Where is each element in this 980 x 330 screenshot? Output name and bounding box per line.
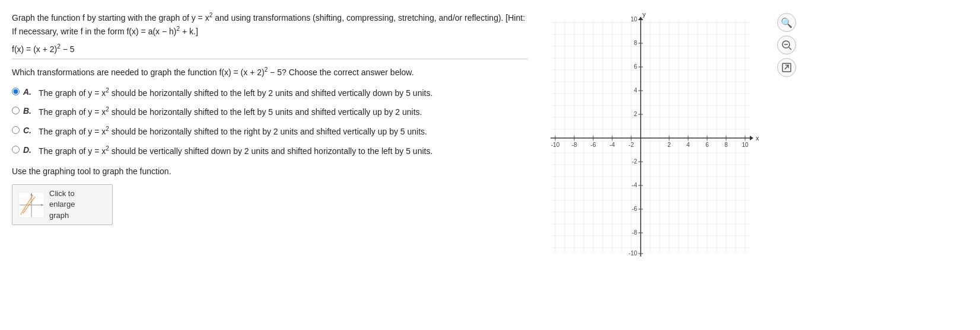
zoom-out-button[interactable] [777,36,796,55]
option-c-text: The graph of y = x2 should be horizontal… [39,124,427,138]
left-panel: Graph the function f by starting with th… [12,11,546,265]
export-icon [781,62,792,73]
option-d: D. The graph of y = x2 should be vertica… [12,144,528,158]
svg-text:10: 10 [631,16,638,23]
svg-text:4: 4 [686,142,690,148]
option-a-text: The graph of y = x2 should be horizontal… [39,86,432,100]
radio-c[interactable] [12,126,20,134]
option-a-letter: A. [23,86,35,98]
option-c: C. The graph of y = x2 should be horizon… [12,124,528,138]
svg-text:-2: -2 [632,158,637,165]
zoom-in-button[interactable]: 🔍 [777,13,796,32]
svg-text:-10: -10 [551,142,560,148]
option-d-text: The graph of y = x2 should be vertically… [39,144,432,158]
radio-d[interactable] [12,146,20,153]
y-axis-label: y [642,11,646,18]
svg-line-101 [789,47,791,50]
mini-graph-icon [18,192,44,218]
svg-text:8: 8 [724,142,728,148]
svg-text:2: 2 [667,142,671,148]
zoom-in-icon: 🔍 [781,17,793,28]
x-axis-label: x [756,134,759,142]
svg-text:-8: -8 [632,229,637,236]
zoom-out-icon [781,40,792,50]
radio-a[interactable] [12,88,20,95]
right-panel: x y -10 -8 [546,11,968,265]
svg-line-103 [785,65,788,69]
graph-container: x y -10 -8 [546,11,771,265]
coordinate-graph: x y -10 -8 [546,11,771,265]
svg-text:-10: -10 [629,250,638,257]
option-b-text: The graph of y = x2 should be horizontal… [39,105,422,118]
option-c-letter: C. [23,124,35,137]
export-button[interactable] [777,58,796,77]
option-a: A. The graph of y = x2 should be horizon… [12,86,528,100]
svg-text:-2: -2 [629,142,634,148]
svg-text:4: 4 [634,87,637,94]
sub-question-text: Which transformations are needed to grap… [12,65,528,79]
svg-text:6: 6 [705,142,709,148]
svg-text:-4: -4 [632,182,637,188]
main-question-text: Graph the function f by starting with th… [12,11,528,37]
option-d-letter: D. [23,144,35,156]
graph-tools: 🔍 [777,13,796,77]
use-tool-text: Use the graphing tool to graph the funct… [12,166,528,176]
answer-options: A. The graph of y = x2 should be horizon… [12,86,528,158]
svg-text:10: 10 [742,142,749,148]
svg-text:-8: -8 [572,142,577,148]
enlarge-label: Click toenlargegraph [49,188,75,221]
radio-b[interactable] [12,107,20,114]
svg-text:-6: -6 [591,142,596,148]
svg-text:8: 8 [634,40,637,46]
svg-text:-6: -6 [632,206,637,212]
option-b: B. The graph of y = x2 should be horizon… [12,105,528,118]
svg-text:-4: -4 [610,142,615,148]
enlarge-graph-button[interactable]: Click toenlargegraph [12,184,113,225]
function-display: f(x) = (x + 2)2 − 5 [12,43,528,59]
option-b-letter: B. [23,105,35,117]
svg-text:2: 2 [634,111,637,117]
svg-text:6: 6 [634,63,637,70]
